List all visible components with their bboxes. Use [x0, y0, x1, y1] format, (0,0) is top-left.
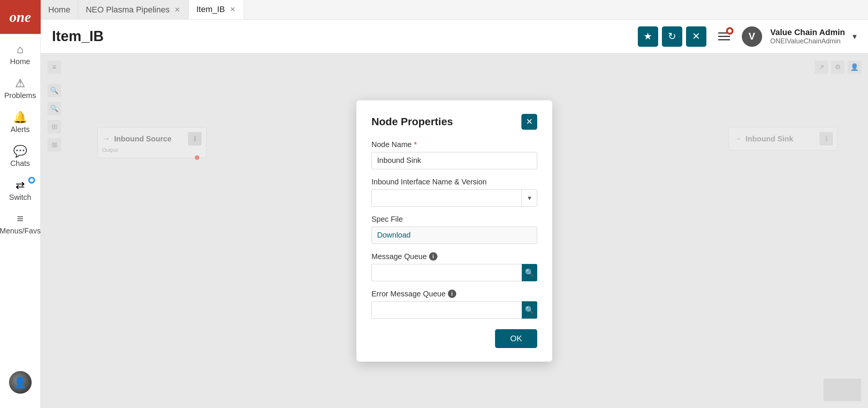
modal-overlay: Node Properties ✕ Node Name *: [41, 54, 868, 408]
modal-close-icon: ✕: [526, 117, 533, 127]
ok-button-label: OK: [510, 334, 522, 343]
user-avatar: V: [742, 26, 762, 47]
modal-title: Node Properties: [371, 116, 453, 128]
node-name-label: Node Name *: [371, 140, 537, 149]
menu-button[interactable]: [714, 26, 734, 47]
menu-badge-inner: [728, 29, 732, 33]
switch-icon: ⇄: [15, 178, 25, 192]
error-queue-label-text: Error Message Queue: [371, 290, 446, 298]
error-queue-search-icon: 🔍: [525, 305, 534, 314]
interface-dropdown-button[interactable]: ▾: [521, 189, 537, 207]
message-queue-search-icon: 🔍: [525, 268, 534, 277]
ok-button[interactable]: OK: [495, 329, 537, 348]
avatar-image: 👤: [9, 371, 32, 394]
message-queue-search-button[interactable]: 🔍: [522, 264, 537, 281]
interface-label-text: Inbound Interface Name & Version: [371, 178, 487, 186]
sidebar-item-chats-label: Chats: [10, 159, 30, 168]
tab-home[interactable]: Home: [41, 0, 78, 19]
error-queue-input-wrapper: 🔍: [371, 301, 537, 319]
page-header: Item_IB ★ ↻ ✕ V Value: [41, 20, 868, 54]
canvas-area: ≡ 🔍 🔍 ⊞ ⊠ ↗ ⚙: [41, 54, 868, 408]
sidebar-item-chats[interactable]: 💬 Chats: [0, 139, 40, 173]
switch-badge-inner: [30, 178, 34, 182]
tab-home-label: Home: [48, 5, 70, 15]
tab-bar: Home NEO Plasma Pipelines ✕ Item_IB ✕: [41, 0, 868, 20]
sidebar-item-problems[interactable]: ⚠ Problems: [0, 71, 40, 105]
node-name-label-text: Node Name: [371, 140, 412, 149]
interface-input-wrapper: ▾: [371, 189, 537, 207]
message-queue-label-text: Message Queue: [371, 252, 427, 261]
spec-file-label: Spec File: [371, 215, 537, 224]
error-queue-label: Error Message Queue i: [371, 290, 537, 298]
message-queue-group: Message Queue i 🔍: [371, 252, 537, 281]
refresh-icon: ↻: [668, 31, 676, 42]
chat-icon: 💬: [13, 144, 27, 158]
message-queue-label: Message Queue i: [371, 252, 537, 261]
menu-line-2: [718, 36, 730, 37]
interface-input[interactable]: [371, 189, 521, 207]
tab-item-ib-label: Item_IB: [196, 5, 225, 14]
spec-file-group: Spec File Download: [371, 215, 537, 244]
user-name: Value Chain Admin: [770, 28, 845, 37]
tab-item-ib-close[interactable]: ✕: [229, 6, 236, 13]
modal-close-button[interactable]: ✕: [521, 114, 537, 130]
sidebar-item-alerts[interactable]: 🔔 Alerts: [0, 105, 40, 139]
home-icon: ⌂: [17, 43, 23, 56]
error-queue-group: Error Message Queue i 🔍: [371, 290, 537, 319]
sidebar-item-switch[interactable]: ⇄ Switch: [0, 173, 40, 207]
user-info: Value Chain Admin ONEIValueChainAdmin: [770, 28, 845, 45]
user-chevron-icon[interactable]: ▾: [853, 32, 857, 41]
spec-file-label-text: Spec File: [371, 215, 403, 224]
canvas-minimap[interactable]: [824, 379, 861, 401]
dropdown-chevron-icon: ▾: [528, 194, 531, 202]
bell-icon: 🔔: [13, 110, 27, 124]
download-link-text: Download: [377, 231, 411, 239]
tab-neo-plasma-close[interactable]: ✕: [173, 6, 181, 14]
error-queue-info-icon: i: [448, 290, 456, 298]
tab-neo-plasma-label: NEO Plasma Pipelines: [86, 5, 170, 15]
menus-icon: ≡: [17, 212, 24, 225]
sidebar-item-problems-label: Problems: [4, 91, 36, 100]
message-queue-input-wrapper: 🔍: [371, 264, 537, 281]
header-actions: ★ ↻ ✕ V Value Chain Admin ONEIValu: [638, 26, 857, 47]
switch-badge: [28, 177, 35, 184]
error-queue-input[interactable]: [371, 301, 522, 319]
sidebar-item-switch-label: Switch: [9, 193, 31, 202]
page-title: Item_IB: [52, 28, 638, 44]
interface-group: Inbound Interface Name & Version ▾: [371, 178, 537, 207]
sidebar-item-menus-label: Menus/Favs: [0, 227, 41, 235]
favorite-button[interactable]: ★: [638, 26, 658, 47]
user-sub: ONEIValueChainAdmin: [770, 37, 845, 45]
sidebar-item-menus-favs[interactable]: ≡ Menus/Favs: [0, 207, 40, 241]
tab-item-ib[interactable]: Item_IB ✕: [189, 0, 244, 19]
message-queue-info-icon: i: [429, 252, 437, 261]
refresh-button[interactable]: ↻: [662, 26, 682, 47]
logo-text: one: [9, 9, 31, 25]
app-logo[interactable]: one: [0, 0, 41, 34]
star-icon: ★: [643, 31, 652, 42]
node-name-group: Node Name *: [371, 140, 537, 169]
menu-badge: [726, 27, 734, 35]
sidebar-item-home-label: Home: [10, 57, 30, 66]
message-queue-input[interactable]: [371, 264, 522, 281]
close-button[interactable]: ✕: [686, 26, 706, 47]
error-queue-search-button[interactable]: 🔍: [522, 301, 537, 319]
sidebar-item-alerts-label: Alerts: [11, 125, 30, 134]
sidebar-nav: ⌂ Home ⚠ Problems 🔔 Alerts 💬 Chats ⇄ Swi…: [0, 34, 40, 371]
spec-file-download-link[interactable]: Download: [371, 227, 537, 244]
tab-neo-plasma[interactable]: NEO Plasma Pipelines ✕: [78, 0, 189, 19]
interface-label: Inbound Interface Name & Version: [371, 178, 537, 186]
node-name-input[interactable]: [371, 152, 537, 169]
main-area: Home NEO Plasma Pipelines ✕ Item_IB ✕ It…: [41, 0, 868, 408]
sidebar-item-home[interactable]: ⌂ Home: [0, 38, 40, 71]
sidebar-bottom: 👤: [9, 371, 32, 400]
sidebar-avatar[interactable]: 👤: [9, 371, 32, 394]
node-properties-modal: Node Properties ✕ Node Name *: [356, 100, 552, 362]
node-name-required: *: [414, 140, 417, 149]
user-initial: V: [749, 31, 755, 42]
modal-footer: OK: [371, 329, 537, 348]
close-icon: ✕: [692, 31, 700, 42]
menu-line-3: [718, 39, 730, 40]
sidebar: one ⌂ Home ⚠ Problems 🔔 Alerts 💬 Chats ⇄…: [0, 0, 41, 408]
warning-icon: ⚠: [15, 77, 25, 90]
